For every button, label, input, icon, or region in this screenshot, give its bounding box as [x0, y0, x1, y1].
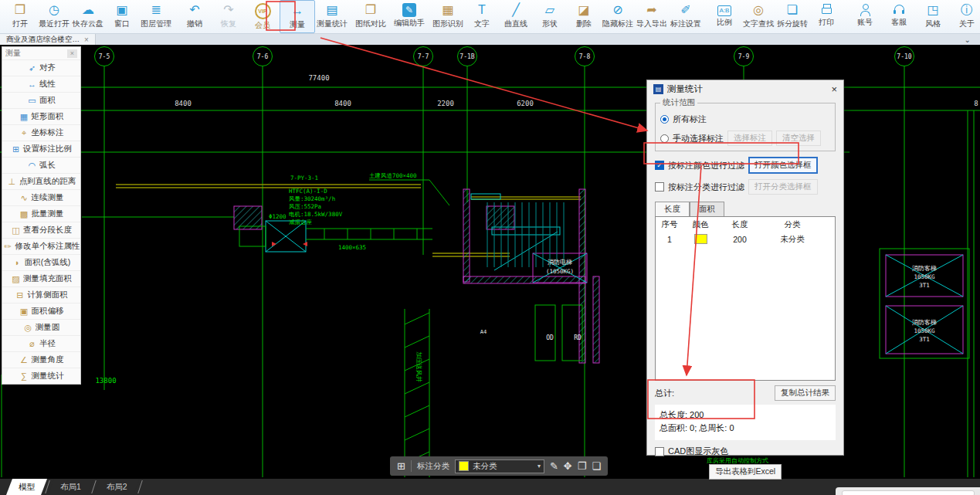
- copy-icon[interactable]: ❐: [578, 460, 587, 472]
- info-icon: ⓘ: [961, 2, 973, 18]
- line-button[interactable]: ╱曲直线: [499, 0, 533, 33]
- split-rotate-button[interactable]: ❏拆分旋转: [775, 0, 809, 33]
- layers-button[interactable]: ≣图层管理: [139, 0, 173, 33]
- svg-text:风压:552Pa: 风压:552Pa: [289, 203, 321, 210]
- undo-button[interactable]: ↶撤销: [178, 0, 212, 33]
- move-icon[interactable]: ✥: [564, 460, 572, 472]
- window-icon: ▣: [116, 2, 127, 18]
- sidebar-item-scale-setting[interactable]: ⊞设置标注比例: [2, 141, 80, 157]
- redo-button[interactable]: ↷恢复: [212, 0, 246, 33]
- radio-manual-select[interactable]: [660, 134, 669, 143]
- sidebar-item-radius[interactable]: ⌀半径: [2, 335, 80, 351]
- open-button[interactable]: ❒打开: [3, 0, 37, 33]
- copy-totals-button[interactable]: 复制总计结果: [775, 385, 836, 401]
- window-button[interactable]: ▣窗口: [105, 0, 139, 33]
- shape-button[interactable]: ▱形状: [533, 0, 567, 33]
- category-dropdown[interactable]: 未分类 ▾: [455, 459, 544, 473]
- category-color-swatch: [459, 461, 469, 471]
- recent-button[interactable]: ◷最近打开: [37, 0, 71, 33]
- tab-layout1[interactable]: 布局1: [48, 479, 93, 495]
- svg-text:OD: OD: [546, 334, 554, 341]
- sidebar-item-circle[interactable]: ◎测量圆: [2, 319, 80, 335]
- import-export-button[interactable]: ➦导入导出: [635, 0, 669, 33]
- annotation-settings-button[interactable]: ✐标注设置: [669, 0, 703, 33]
- sidebar-item-area[interactable]: ▭面积: [2, 92, 80, 108]
- scale-button[interactable]: A:B比例: [707, 0, 741, 33]
- select-annotation-button[interactable]: 选择标注: [727, 131, 772, 146]
- open-color-picker-button[interactable]: 打开颜色选择框: [748, 157, 818, 174]
- recent-icon: ◷: [49, 2, 59, 18]
- export-excel-button[interactable]: 导出表格到Excel: [709, 464, 782, 480]
- sidebar-item-coordinate[interactable]: ⌖坐标标注: [2, 124, 80, 141]
- sidebar-item-linear[interactable]: ↔线性: [2, 76, 80, 92]
- sidebar-item-align[interactable]: ➶对齐: [2, 59, 80, 76]
- svg-text:(1050KG): (1050KG): [546, 268, 574, 275]
- angle-icon: ∠: [19, 355, 29, 365]
- sidebar-item-rect-area[interactable]: ▦矩形面积: [2, 108, 80, 124]
- svg-text:8400: 8400: [175, 100, 192, 107]
- arc-length-icon: ◠: [27, 161, 37, 171]
- close-icon[interactable]: ×: [67, 49, 77, 58]
- vip-button[interactable]: VIP会员: [246, 0, 280, 33]
- dialog-icon: ▤: [653, 84, 663, 94]
- color-filter-checkbox[interactable]: ✓: [655, 161, 664, 170]
- sidebar-item-area-offset[interactable]: ▣面积偏移: [2, 303, 80, 319]
- point-line-icon: ⊥: [7, 177, 17, 187]
- measure-stats-button[interactable]: ▤测量统计: [315, 0, 349, 33]
- axis-bubble-labels: 7-5 7-6 7-7 7-1B 7-8 7-9 7-10: [99, 53, 912, 60]
- table-row[interactable]: 1 200 未分类: [656, 232, 835, 246]
- compare-button[interactable]: ❐图纸对比: [354, 0, 388, 33]
- sidebar-item-batch[interactable]: ▩批量测量: [2, 205, 80, 222]
- support-button[interactable]: 客服: [882, 0, 916, 33]
- tab-length[interactable]: 长度: [655, 202, 690, 216]
- grey-cad-checkbox[interactable]: [655, 447, 664, 456]
- sidebar-item-modify-single[interactable]: ✏修改单个标注属性: [2, 238, 80, 254]
- cloud-button[interactable]: ☁快存云盘: [71, 0, 105, 33]
- measure-stats-dialog: ▤ 测量统计 × 统计范围 所有标注 手动选择标注 选择标注 清空选择 ✓ 按标…: [646, 80, 844, 456]
- print-button[interactable]: 打印: [809, 0, 843, 33]
- tab-layout2[interactable]: 布局2: [94, 479, 140, 495]
- edit-icon[interactable]: ✎: [550, 460, 558, 472]
- style-button[interactable]: ◳风格: [916, 0, 950, 33]
- text-search-button[interactable]: ◎文字查找: [741, 0, 775, 33]
- open-category-picker-button[interactable]: 打开分类选择框: [748, 179, 818, 195]
- sidebar-item-stats[interactable]: ∑测量统计: [2, 368, 80, 384]
- side-area-icon: ⊟: [15, 290, 25, 300]
- vip-icon: VIP: [255, 3, 271, 19]
- sidebar-item-angle[interactable]: ∠测量角度: [2, 351, 80, 368]
- tab-area[interactable]: 面积: [690, 202, 724, 216]
- clear-selection-button[interactable]: 清空选择: [776, 131, 821, 146]
- radius-icon: ⌀: [27, 339, 37, 349]
- sidebar-item-fill-area[interactable]: ▨测量填充面积: [2, 270, 80, 286]
- account-button[interactable]: 账号: [848, 0, 882, 33]
- close-icon[interactable]: ×: [831, 83, 837, 95]
- text-button[interactable]: T文字: [465, 0, 499, 33]
- sidebar-item-point-line-distance[interactable]: ⊥点到直线的距离: [2, 173, 80, 189]
- sidebar-item-area-arc[interactable]: ◗面积(含弧线): [2, 254, 80, 270]
- delete-button[interactable]: ◪删除: [567, 0, 601, 33]
- measure-button[interactable]: ↔测量: [280, 0, 315, 33]
- svg-text:6200: 6200: [517, 100, 534, 107]
- corner-popup: [842, 490, 975, 495]
- sidebar-item-arc-length[interactable]: ◠弧长: [2, 157, 80, 173]
- paste-icon[interactable]: ❏: [592, 460, 601, 472]
- radio-all-annotations[interactable]: [660, 115, 669, 124]
- sidebar-item-segment-length[interactable]: ◫查看分段长度: [2, 222, 80, 238]
- svg-text:8: 8: [974, 100, 978, 107]
- close-icon[interactable]: ×: [84, 36, 89, 44]
- tab-model[interactable]: 模型: [6, 479, 47, 495]
- shape-recognition-button[interactable]: ▦图形识别: [431, 0, 465, 33]
- svg-text:1050KG: 1050KG: [914, 273, 935, 280]
- annotation-settings-icon: ✐: [680, 2, 690, 18]
- hide-annotation-button[interactable]: ⊘隐藏标注: [601, 0, 635, 33]
- about-button[interactable]: ⓘ关于: [950, 0, 980, 33]
- grid-icon[interactable]: ⊞: [397, 460, 405, 472]
- document-tab[interactable]: 商业及酒店综合楼空… ×: [0, 34, 96, 45]
- edit-assistant-button[interactable]: ✎编辑助手: [392, 0, 426, 33]
- svg-text:1050KG: 1050KG: [914, 327, 935, 334]
- sidebar-item-side-area[interactable]: ⊟计算侧面积: [2, 286, 80, 303]
- collapse-ribbon-icon[interactable]: ⌄: [965, 36, 971, 44]
- category-filter-checkbox[interactable]: [655, 182, 664, 192]
- sidebar-item-continuous[interactable]: ∿连续测量: [2, 189, 80, 205]
- grey-cad-label: CAD图显示灰色: [668, 446, 728, 457]
